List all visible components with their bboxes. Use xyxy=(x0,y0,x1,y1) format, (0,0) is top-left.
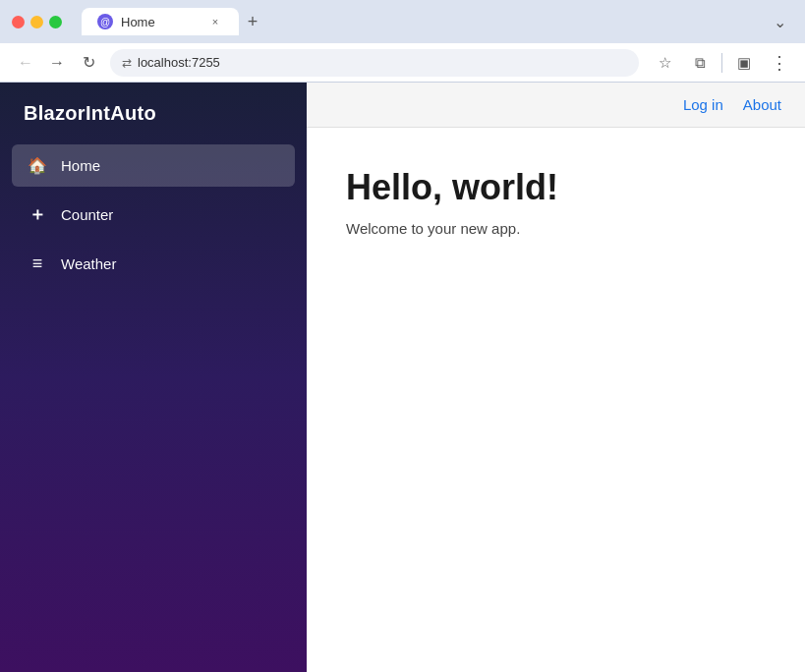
main-body: Hello, world! Welcome to your new app. xyxy=(307,128,805,672)
tab-title: Home xyxy=(121,15,155,29)
title-bar: @ Home × + ⌄ xyxy=(0,0,805,43)
sidebar-item-weather[interactable]: ≡ Weather xyxy=(12,242,295,286)
login-link[interactable]: Log in xyxy=(683,96,723,113)
sidebar-nav: 🏠 Home ＋ Counter ≡ Weather xyxy=(0,140,307,290)
reload-button[interactable]: ↻ xyxy=(75,49,102,77)
sidebar-item-weather-label: Weather xyxy=(61,255,116,272)
weather-icon: ≡ xyxy=(28,253,47,274)
about-link[interactable]: About xyxy=(743,96,781,113)
sidebar-item-counter-label: Counter xyxy=(61,206,113,223)
page-subtext: Welcome to your new app. xyxy=(346,220,766,237)
bookmark-button[interactable]: ☆ xyxy=(651,49,678,77)
url-bar[interactable]: ⇄ localhost:7255 xyxy=(110,49,639,77)
url-security-icon: ⇄ xyxy=(122,56,132,70)
sidebar-brand: BlazorIntAuto xyxy=(0,83,307,140)
main-header: Log in About xyxy=(307,83,805,128)
new-tab-button[interactable]: + xyxy=(239,8,266,35)
traffic-lights xyxy=(12,16,62,28)
home-icon: 🏠 xyxy=(28,156,47,175)
toolbar-divider xyxy=(721,53,722,73)
page-heading: Hello, world! xyxy=(346,167,766,208)
main-content: Log in About Hello, world! Welcome to yo… xyxy=(307,83,805,672)
close-button[interactable] xyxy=(12,16,25,28)
browser-menu-button[interactable]: ⋮ xyxy=(766,49,793,77)
tab-bar: @ Home × + xyxy=(82,8,266,35)
url-actions: ☆ ⧉ ▣ ⋮ xyxy=(651,49,793,77)
tab-close-button[interactable]: × xyxy=(207,14,223,29)
sidebar-toggle-button[interactable]: ▣ xyxy=(730,49,758,77)
address-bar: ← → ↻ ⇄ localhost:7255 ☆ ⧉ ▣ ⋮ xyxy=(0,43,805,83)
app-window: BlazorIntAuto 🏠 Home ＋ Counter ≡ Weather xyxy=(0,83,805,672)
tab-favicon: @ xyxy=(97,14,113,29)
back-button[interactable]: ← xyxy=(12,49,39,77)
sidebar-item-counter[interactable]: ＋ Counter xyxy=(12,191,295,238)
tab-overflow-button[interactable]: ⌄ xyxy=(766,8,793,35)
counter-icon: ＋ xyxy=(28,202,47,226)
sidebar-item-home[interactable]: 🏠 Home xyxy=(12,144,295,187)
sidebar: BlazorIntAuto 🏠 Home ＋ Counter ≡ Weather xyxy=(0,83,307,672)
sidebar-item-home-label: Home xyxy=(61,157,100,174)
minimize-button[interactable] xyxy=(30,16,43,28)
extensions-button[interactable]: ⧉ xyxy=(686,49,714,77)
browser-chrome: @ Home × + ⌄ ← → ↻ ⇄ localhost:7255 ☆ ⧉ … xyxy=(0,0,805,672)
url-text: localhost:7255 xyxy=(138,55,220,70)
forward-button[interactable]: → xyxy=(43,49,71,77)
active-tab[interactable]: @ Home × xyxy=(82,8,239,35)
maximize-button[interactable] xyxy=(49,16,62,28)
